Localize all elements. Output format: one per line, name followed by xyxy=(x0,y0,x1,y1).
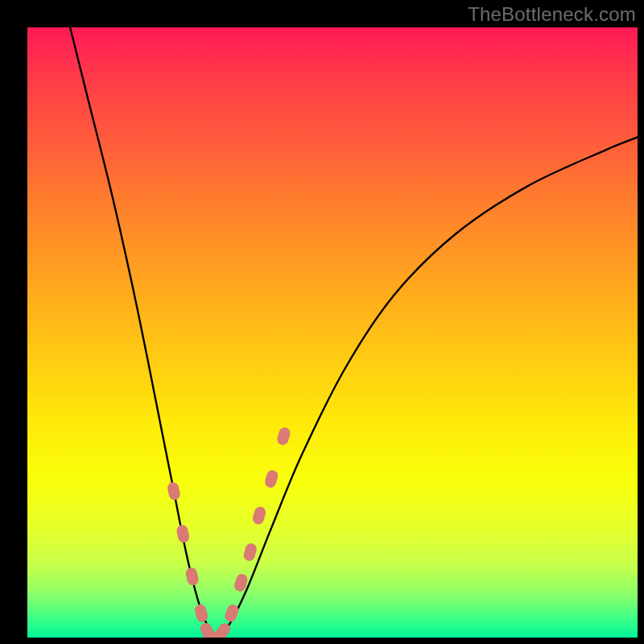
bottleneck-marker xyxy=(251,506,267,526)
bottleneck-marker xyxy=(175,524,190,543)
bottleneck-marker xyxy=(184,567,200,587)
plot-area xyxy=(27,27,638,638)
bottleneck-marker xyxy=(193,603,208,623)
watermark-text: TheBottleneck.com xyxy=(468,3,636,26)
bottleneck-marker xyxy=(167,481,181,501)
bottleneck-markers-group xyxy=(167,426,291,638)
bottleneck-marker xyxy=(242,542,258,562)
chart-container: TheBottleneck.com xyxy=(0,0,644,644)
bottleneck-curve-path xyxy=(70,27,638,638)
bottleneck-marker xyxy=(276,426,291,446)
bottleneck-marker xyxy=(223,603,240,624)
bottleneck-marker xyxy=(263,469,279,489)
bottleneck-curve-svg xyxy=(27,27,638,638)
